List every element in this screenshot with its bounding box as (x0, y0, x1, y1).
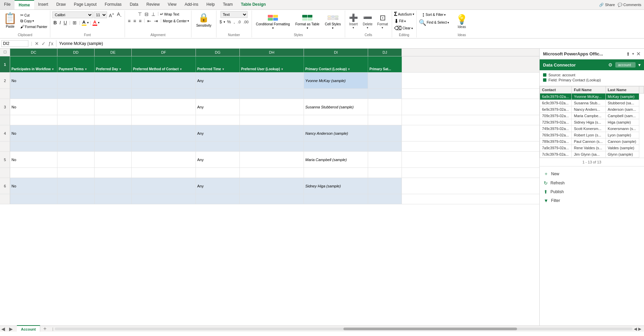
fill-dropdown[interactable]: ▾ (404, 20, 406, 23)
header-cell-dh[interactable]: Preferred User (Lookup) ▼ (240, 56, 304, 72)
filter-di-icon[interactable]: ▼ (347, 68, 351, 71)
sheet-prev-button[interactable]: ◀ (0, 326, 6, 332)
format-painter-button[interactable]: 🖌 Format Painter (20, 24, 48, 29)
cell-df3[interactable] (132, 99, 196, 115)
header-cell-di[interactable]: Primary Contact (Lookup) ▼ (304, 56, 368, 72)
font-size-select[interactable]: 11 (94, 11, 107, 18)
panel-table-row[interactable]: 729c3979-02a... Sidney Higa (s... Higa (… (540, 119, 644, 126)
merge-center-button[interactable]: Merge & Center ▾ (163, 18, 189, 24)
add-sheet-button[interactable]: ＋ (40, 325, 50, 332)
filter-df-icon[interactable]: ▼ (179, 68, 182, 71)
filter-de-icon[interactable]: ▼ (119, 68, 122, 71)
dc-account-button[interactable]: account (615, 62, 636, 68)
tab-view[interactable]: View (164, 0, 181, 9)
h-scroll-thumb[interactable] (343, 328, 517, 330)
publish-action[interactable]: ⬆ Publish (544, 187, 640, 196)
panel-table-row[interactable]: 7c9c3979-02a... Jim Glynn (sa... Glynn (… (540, 151, 644, 158)
cell-dd2[interactable] (57, 73, 95, 88)
cell-df4[interactable] (132, 125, 196, 141)
autosum-dropdown[interactable]: ▾ (413, 12, 414, 16)
cell-dh6[interactable] (240, 178, 304, 194)
cell-di4[interactable]: Nancy Anderson (sample) (304, 125, 368, 141)
share-button[interactable]: 🔗 Share (599, 3, 615, 7)
sheet-tab-account[interactable]: Account (17, 325, 40, 332)
confirm-formula-button[interactable]: ✓ (40, 40, 47, 47)
cell-styles-dropdown[interactable]: ▾ (332, 26, 334, 30)
cell-di5[interactable]: Maria Campbell (sample) (304, 152, 368, 167)
find-select-button[interactable]: 🔍 Find & Select ▾ (419, 19, 449, 26)
cell-di6[interactable]: Sidney Higa (sample) (304, 178, 368, 194)
cell-styles-button[interactable]: Cell Styles ▾ (323, 11, 343, 31)
sort-filter-dropdown[interactable]: ▾ (444, 13, 446, 17)
delete-dropdown[interactable]: ▾ (367, 26, 368, 29)
cut-button[interactable]: ✂ Cut (20, 12, 48, 18)
cell-df5[interactable] (132, 152, 196, 167)
side-panel-close-button[interactable]: ✕ (636, 51, 641, 57)
panel-table-row[interactable]: 709c3979-02a... Maria Campbe... Campbell… (540, 113, 644, 119)
cell-de6[interactable] (95, 178, 132, 194)
panel-table-row[interactable]: 6e9c3979-02a... Nancy Anders... Anderson… (540, 106, 644, 113)
font-color-dropdown[interactable]: ▾ (98, 21, 100, 24)
scroll-left-button[interactable]: ◀ (634, 327, 637, 331)
formula-input[interactable] (58, 41, 643, 47)
cell-dg5[interactable]: Any (196, 152, 240, 167)
tab-help[interactable]: Help (202, 0, 219, 9)
cell-df6[interactable] (132, 178, 196, 194)
align-top-button[interactable]: ⊤ (137, 11, 143, 17)
panel-table-row[interactable]: 769c3979-02a... Robert Lyon (s... Lyon (… (540, 132, 644, 138)
copy-dropdown-icon[interactable]: ▾ (32, 19, 34, 23)
align-left-button[interactable]: ≡ (127, 18, 132, 24)
conditional-formatting-button[interactable]: Conditional Formatting ▾ (254, 11, 292, 31)
font-decrease-button[interactable]: A- (116, 11, 122, 18)
font-increase-button[interactable]: A+ (108, 11, 115, 19)
cell-dc6[interactable]: No (10, 178, 57, 194)
cell-dg6[interactable]: Any (196, 178, 240, 194)
col-header-df[interactable]: DF (132, 49, 196, 56)
align-bottom-button[interactable]: ⊥ (150, 11, 156, 17)
cell-dj3[interactable] (368, 99, 402, 115)
wrap-text-button[interactable]: ↵ Wrap Text (160, 11, 179, 17)
tab-insert[interactable]: Insert (34, 0, 52, 9)
cell-di2[interactable]: Yvonne McKay (sample) (304, 73, 368, 88)
cell-de5[interactable] (95, 152, 132, 167)
col-header-di[interactable]: DI (304, 49, 368, 56)
clear-dropdown[interactable]: ▾ (411, 27, 413, 30)
currency-button[interactable]: $ (218, 19, 223, 25)
cell-de3[interactable] (95, 99, 132, 115)
cell-dd6[interactable] (57, 178, 95, 194)
header-cell-dc[interactable]: Participates in Workflow ▼ (10, 56, 57, 72)
col-header-dj[interactable]: DJ (368, 49, 402, 56)
cell-di3[interactable]: Susanna Stubberod (sample) (304, 99, 368, 115)
select-all-button[interactable] (2, 49, 8, 55)
fill-color-dropdown[interactable]: ▾ (87, 21, 89, 24)
insert-dropdown[interactable]: ▾ (353, 26, 354, 29)
autosum-button[interactable]: Σ AutoSum ▾ (394, 11, 414, 17)
cell-de4[interactable] (95, 125, 132, 141)
fill-button[interactable]: ⬇ Fill ▾ (394, 18, 406, 24)
panel-table-row[interactable]: 6c9c3979-02a... Susanna Stub... Stubbero… (540, 100, 644, 106)
panel-table-row[interactable]: 749c3979-02a... Scott Konersm... Konersm… (540, 126, 644, 132)
col-header-de[interactable]: DE (95, 49, 132, 56)
comments-button[interactable]: 💬 Comments (618, 3, 641, 7)
cell-dd4[interactable] (57, 125, 95, 141)
cell-dd3[interactable] (57, 99, 95, 115)
tab-home[interactable]: Home (15, 0, 34, 9)
cell-dc3[interactable]: No (10, 99, 57, 115)
tab-page-layout[interactable]: Page Layout (70, 0, 101, 9)
find-select-dropdown[interactable]: ▾ (447, 21, 449, 24)
header-cell-dj[interactable]: Primary Sat... (368, 56, 402, 72)
dc-settings-button[interactable]: ⚙ (608, 62, 613, 68)
tab-team[interactable]: Team (219, 0, 237, 9)
font-family-select[interactable]: Calibri (52, 11, 93, 18)
scroll-right-button[interactable]: ▶ (638, 327, 641, 331)
insert-function-button[interactable]: ƒx (47, 40, 55, 47)
col-header-dg[interactable]: DG (196, 49, 240, 56)
new-action[interactable]: ＋ New (544, 169, 640, 179)
currency-dropdown[interactable]: ▾ (224, 20, 225, 24)
paste-button[interactable]: 📋 Paste (2, 11, 18, 28)
sort-filter-button[interactable]: ↕ Sort & Filter ▾ (422, 11, 446, 18)
indent-increase-button[interactable]: ⇥ (153, 18, 159, 24)
percent-button[interactable]: % (226, 19, 232, 25)
col-header-dd[interactable]: DD (57, 49, 95, 56)
filter-dh-icon[interactable]: ▼ (281, 68, 284, 71)
